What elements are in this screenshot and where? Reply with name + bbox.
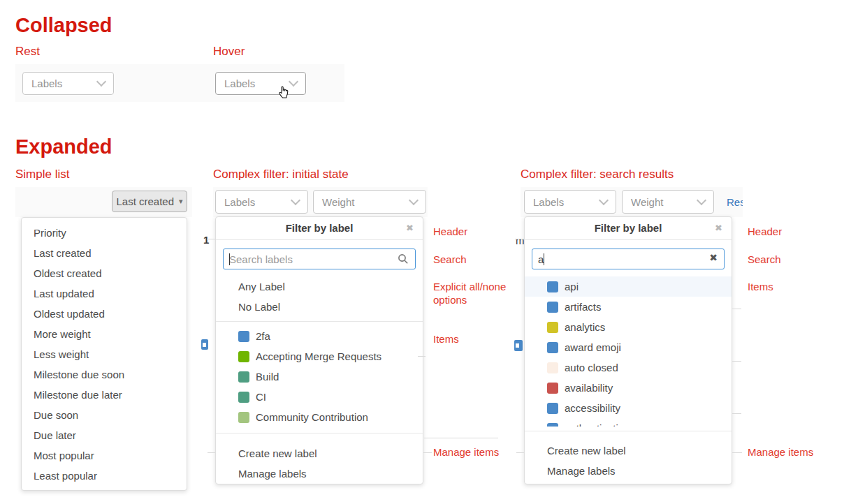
label-item[interactable]: accessibility <box>525 398 732 418</box>
label-item[interactable]: Accepting Merge Requests <box>216 346 423 366</box>
leader-line <box>423 452 432 453</box>
sort-option-item[interactable]: More weight <box>22 324 187 344</box>
annotation-search: Search <box>748 253 781 266</box>
labels-dropdown-rest[interactable]: Labels <box>22 72 114 95</box>
dropdown-label: Labels <box>31 77 62 89</box>
state-label-hover: Hover <box>213 45 245 59</box>
dropdown-label: Labels <box>533 196 564 208</box>
reset-labels-link[interactable]: Res <box>727 196 743 208</box>
page-fragment-text: 1 <box>203 234 209 246</box>
sort-option-item[interactable]: Milestone due later <box>22 385 187 405</box>
annotation-manage-items: Manage items <box>748 445 813 459</box>
page-fragment-label-chip <box>201 339 208 350</box>
label-name: api <box>565 281 579 292</box>
section-title-expanded: Expanded <box>15 135 112 158</box>
sort-option-item[interactable]: Milestone due soon <box>22 364 187 385</box>
sort-option-item[interactable]: Last created <box>22 243 187 263</box>
label-item[interactable]: Build <box>216 366 423 387</box>
label-name: 2fa <box>256 330 270 342</box>
label-color-chip <box>238 371 249 383</box>
create-new-label-link[interactable]: Create new label <box>216 443 423 464</box>
label-item[interactable]: Community Contribution <box>216 407 423 427</box>
page-artifact-line <box>732 413 741 414</box>
section-title-collapsed: Collapsed <box>15 14 112 36</box>
label-item[interactable]: analytics <box>525 317 732 337</box>
annotation-header: Header <box>433 225 467 238</box>
page-artifact-line <box>424 438 498 438</box>
clear-search-icon[interactable]: ✖ <box>709 252 718 263</box>
search-area <box>216 240 423 276</box>
labels-filter-toggle[interactable]: Labels <box>524 190 616 214</box>
weight-filter-toggle[interactable]: Weight <box>313 190 426 214</box>
state-label-rest: Rest <box>15 45 40 59</box>
sort-option-item[interactable]: Priority <box>22 223 187 243</box>
dropdown-label: Weight <box>322 196 354 208</box>
page-artifact-line <box>418 356 426 357</box>
caption-complex-search: Complex filter: search results <box>521 168 674 181</box>
label-name: award emoji <box>565 341 621 353</box>
label-color-chip <box>547 302 558 313</box>
all-none-option[interactable]: No Label <box>216 297 423 317</box>
close-icon[interactable]: ✖ <box>406 217 414 239</box>
label-item[interactable]: artifacts <box>525 297 732 317</box>
label-color-chip <box>547 281 558 292</box>
page-fragment-text: m <box>516 235 525 246</box>
sort-option-item[interactable]: Least popular <box>22 466 187 486</box>
label-filter-panel-initial: Filter by label ✖ Any LabelNo Label 2fa … <box>215 216 423 484</box>
annotation-header: Header <box>748 225 782 238</box>
page-fragment-label-chip <box>514 340 523 351</box>
sort-toggle-button[interactable]: Last created ▾ <box>112 191 187 212</box>
sort-option-item[interactable]: Most popular <box>22 445 187 466</box>
caret-down-icon: ▾ <box>179 197 183 206</box>
label-item[interactable]: CI <box>216 387 423 407</box>
sort-option-item[interactable]: Oldest updated <box>22 304 187 324</box>
manage-labels-link[interactable]: Manage labels <box>216 464 423 484</box>
label-item[interactable]: availability <box>525 378 732 398</box>
chevron-down-icon <box>289 77 298 87</box>
text-cursor <box>229 253 230 265</box>
label-item[interactable]: award emoji <box>525 337 732 357</box>
chevron-down-icon <box>599 195 609 205</box>
all-none-option[interactable]: Any Label <box>216 276 423 297</box>
panel-title: Filter by label <box>595 222 662 234</box>
weight-filter-toggle[interactable]: Weight <box>622 190 714 214</box>
chevron-down-icon <box>96 77 106 87</box>
label-search-input[interactable] <box>223 249 416 269</box>
chevron-down-icon <box>291 195 300 205</box>
label-results-scroll-area[interactable]: api artifacts analytics award emoji auto… <box>525 276 732 427</box>
sort-option-item[interactable]: Due soon <box>22 405 187 425</box>
caption-complex-initial: Complex filter: initial state <box>213 168 349 181</box>
sort-option-item[interactable]: Oldest created <box>22 263 187 283</box>
search-area: ✖ <box>525 240 732 276</box>
label-item[interactable]: api <box>525 276 732 297</box>
label-item[interactable]: 2fa <box>216 326 423 346</box>
label-search-input[interactable] <box>532 249 725 269</box>
label-name: availability <box>565 382 613 394</box>
manage-labels-link[interactable]: Manage labels <box>525 461 732 481</box>
close-icon[interactable]: ✖ <box>715 217 722 239</box>
dropdown-label: Labels <box>224 196 255 208</box>
label-name: Community Contribution <box>256 411 368 423</box>
sort-option-item[interactable]: Last updated <box>22 283 187 304</box>
create-new-label-link[interactable]: Create new label <box>525 440 732 461</box>
labels-dropdown-hover[interactable]: Labels <box>215 72 306 95</box>
annotation-all-none: Explicit all/none options <box>433 280 511 306</box>
leader-line <box>732 452 742 453</box>
chevron-down-icon <box>697 195 706 205</box>
all-none-options: Any LabelNo Label <box>216 276 423 317</box>
label-color-chip <box>547 322 558 333</box>
label-items-list[interactable]: 2fa Accepting Merge Requests Build CI Co… <box>216 326 423 427</box>
sort-option-item[interactable]: Due later <box>22 425 187 445</box>
label-item[interactable]: authentication <box>525 418 732 427</box>
label-name: Build <box>256 371 279 383</box>
label-item[interactable]: auto closed <box>525 357 732 378</box>
leader-line <box>516 452 524 453</box>
label-name: Accepting Merge Requests <box>256 350 381 362</box>
sort-option-item[interactable]: Less weight <box>22 344 187 364</box>
leader-line <box>208 452 215 453</box>
panel-header: Filter by label ✖ <box>216 217 423 240</box>
search-icon <box>398 253 409 265</box>
labels-filter-toggle[interactable]: Labels <box>215 190 308 214</box>
divider <box>216 433 423 433</box>
dropdown-label: Weight <box>631 196 663 208</box>
